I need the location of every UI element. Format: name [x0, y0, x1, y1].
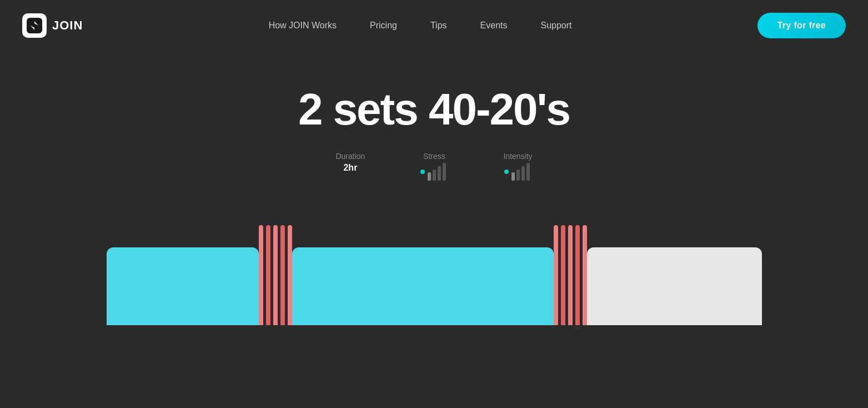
- intensity-bars: [504, 163, 531, 181]
- sep-lines-2: [554, 220, 587, 325]
- stress-bar-3: [438, 166, 441, 181]
- workout-blocks-container: [0, 214, 868, 325]
- nav-link-how-join-works[interactable]: How JOIN Works: [269, 21, 337, 30]
- sep-line-2-3: [568, 225, 573, 325]
- intensity-bar-1: [511, 172, 515, 181]
- nav-item-events[interactable]: Events: [480, 21, 508, 31]
- intensity-label: Intensity: [503, 152, 532, 161]
- stress-bars: [420, 163, 448, 181]
- nav-link-tips[interactable]: Tips: [430, 21, 447, 30]
- duration-value: 2hr: [343, 163, 357, 173]
- intensity-bar-3: [521, 166, 525, 181]
- stress-label: Stress: [423, 152, 445, 161]
- nav-links: How JOIN Works Pricing Tips Events Suppo…: [269, 21, 572, 31]
- nav-link-support[interactable]: Support: [540, 21, 571, 30]
- stat-stress: Stress: [420, 152, 448, 181]
- stat-duration: Duration 2hr: [335, 152, 365, 173]
- nav-link-events[interactable]: Events: [480, 21, 508, 30]
- hero-title: 2 sets 40-20's: [298, 84, 570, 135]
- stress-bar-2: [433, 170, 436, 181]
- intensity-bar-4: [526, 163, 530, 181]
- sep-line-2-5: [583, 225, 587, 325]
- stats-row: Duration 2hr Stress Intensity: [335, 152, 532, 181]
- nav-link-pricing[interactable]: Pricing: [370, 21, 397, 30]
- navbar: JOIN How JOIN Works Pricing Tips Events …: [0, 0, 868, 51]
- nav-item-support[interactable]: Support: [540, 21, 571, 31]
- sep-line-2-1: [554, 225, 558, 325]
- duration-label: Duration: [335, 152, 365, 161]
- workout-blocks: [107, 220, 762, 325]
- nav-item-how-join-works[interactable]: How JOIN Works: [269, 21, 337, 31]
- workout-block-cyan-2: [292, 247, 554, 325]
- stress-bar-1: [428, 172, 431, 181]
- workout-block-light: [587, 247, 761, 325]
- sep-lines-1: [259, 220, 292, 325]
- sep-line-2-4: [575, 225, 580, 325]
- intensity-dot: [504, 170, 509, 174]
- logo-icon: [22, 13, 47, 38]
- workout-block-cyan-1: [107, 247, 259, 325]
- stress-bar-4: [443, 163, 446, 181]
- sep-line-1-2: [266, 225, 270, 325]
- try-free-button[interactable]: Try for free: [757, 13, 846, 38]
- sep-line-1-5: [288, 225, 292, 325]
- sep-line-1-1: [259, 225, 263, 325]
- stress-dot: [420, 170, 425, 174]
- hero-section: 2 sets 40-20's Duration 2hr Stress Inten…: [0, 51, 868, 214]
- logo[interactable]: JOIN: [22, 13, 83, 38]
- brand-name: JOIN: [52, 18, 83, 33]
- svg-rect-0: [27, 18, 42, 33]
- nav-item-pricing[interactable]: Pricing: [370, 21, 397, 31]
- sep-line-1-4: [280, 225, 285, 325]
- nav-item-tips[interactable]: Tips: [430, 21, 447, 31]
- stat-intensity: Intensity: [503, 152, 532, 181]
- separator-2: [554, 220, 587, 325]
- sep-line-2-2: [561, 225, 565, 325]
- separator-1: [259, 220, 292, 325]
- sep-line-1-3: [273, 225, 278, 325]
- intensity-bar-2: [516, 170, 520, 181]
